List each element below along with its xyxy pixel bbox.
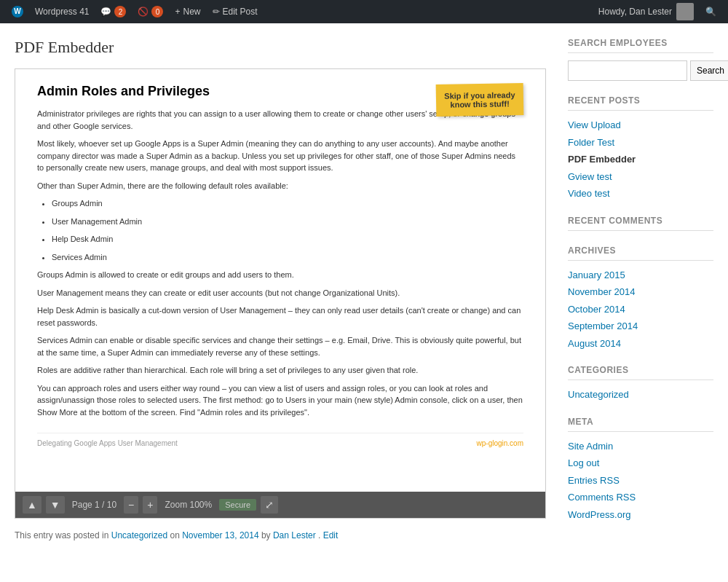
list-item: Services Admin (52, 251, 523, 264)
pdf-para-2: Most likely, whoever set up Google Apps … (37, 138, 523, 174)
search-icon: 🔍 (705, 7, 716, 17)
pdf-secure-badge: Secure (219, 499, 256, 511)
archives-title: ARCHIVES (568, 245, 713, 261)
pdf-para-5: User Management means they can create or… (37, 287, 523, 299)
pdf-para-9: You can approach roles and users either … (37, 382, 523, 419)
pdf-content: Skip if you already know this stuff! Adm… (15, 69, 545, 492)
search-row: Search (568, 60, 713, 81)
pdf-para-3: Other than Super Admin, there are the fo… (37, 180, 523, 192)
comments-count: 2 (114, 6, 126, 17)
meta-widget: META Site Admin Log out Entries RSS Comm… (568, 417, 713, 522)
pdf-footer-left: Delegating Google Apps User Management (37, 439, 178, 447)
pdf-para-7: Services Admin can enable or disable spe… (37, 334, 523, 358)
search-input[interactable] (568, 60, 687, 81)
archive-link[interactable]: August 2014 (568, 337, 713, 351)
admin-bar-search[interactable]: 🔍 (700, 0, 722, 23)
categories-title: CATEGORIES (568, 365, 713, 380)
search-widget-title: SEARCH EMPLOYEES (568, 38, 713, 53)
pdf-expand-button[interactable]: ⤢ (261, 496, 278, 514)
recent-post-link[interactable]: Folder Test (568, 135, 713, 150)
list-item: Groups Admin (52, 197, 523, 210)
pdf-footer: Delegating Google Apps User Management w… (37, 433, 523, 447)
recent-post-link[interactable]: View Upload (568, 118, 713, 133)
admin-bar-site-name: Wordpress 41 (35, 7, 89, 17)
post-footer-text-by: by (261, 530, 273, 540)
comment-icon: 💬 (100, 7, 111, 17)
edit-post-label: Edit Post (223, 7, 258, 17)
meta-link-entries-rss[interactable]: Entries RSS (568, 473, 713, 488)
post-footer-edit[interactable]: Edit (323, 530, 339, 540)
post-footer-category[interactable]: Uncategorized (111, 530, 167, 540)
admin-bar-right: Howdy, Dan Lester 🔍 (593, 0, 722, 23)
pdf-para-4: Groups Admin is allowed to create or edi… (37, 269, 523, 281)
admin-bar-logo-item[interactable]: W (6, 0, 29, 23)
admin-bar-comments[interactable]: 💬 2 (95, 0, 132, 23)
meta-link-log-out[interactable]: Log out (568, 456, 713, 471)
meta-link-comments-rss[interactable]: Comments RSS (568, 490, 713, 505)
recent-post-link[interactable]: Gview test (568, 170, 713, 184)
recent-posts-title: RECENT POSTS (568, 95, 713, 111)
categories-widget: CATEGORIES Uncategorized (568, 365, 713, 402)
pdf-toolbar: ▲ ▼ Page 1 / 10 − + Zoom 100% Secure ⤢ (15, 492, 545, 518)
admin-bar-site[interactable]: Wordpress 41 (29, 0, 95, 23)
archive-link[interactable]: September 2014 (568, 319, 713, 334)
list-item: Help Desk Admin (52, 233, 523, 245)
recent-comments-widget: RECENT COMMENTS (568, 216, 713, 231)
pdf-zoom-out-button[interactable]: − (124, 496, 138, 514)
pdf-container: Skip if you already know this stuff! Adm… (15, 68, 546, 519)
spam-count: 0 (151, 6, 163, 17)
search-button[interactable]: Search (690, 60, 728, 81)
pdf-footer-right: wp-glogin.com (477, 439, 523, 447)
list-item: User Management Admin (52, 216, 523, 228)
recent-post-link-current[interactable]: PDF Embedder (568, 152, 713, 167)
pdf-para-8: Roles are additive rather than hierarchi… (37, 364, 523, 377)
pdf-zoom-info: Zoom 100% (162, 500, 215, 510)
main-content: PDF Embedder Skip if you already know th… (15, 38, 546, 540)
post-footer: This entry was posted in Uncategorized o… (15, 530, 546, 540)
admin-bar-new[interactable]: + New (169, 0, 206, 23)
admin-bar: W Wordpress 41 💬 2 🚫 0 + New ✏ Edit Post… (0, 0, 728, 23)
admin-avatar (676, 3, 694, 20)
post-footer-date[interactable]: November 13, 2014 (182, 530, 258, 540)
admin-bar-edit-post[interactable]: ✏ Edit Post (207, 0, 264, 23)
pdf-list: Groups Admin User Management Admin Help … (52, 197, 523, 263)
search-widget: SEARCH EMPLOYEES Search (568, 38, 713, 81)
pdf-page-info: Page 1 / 10 (69, 500, 119, 510)
pdf-prev-button[interactable]: ▲ (23, 496, 41, 514)
spam-icon: 🚫 (138, 7, 149, 17)
pdf-para-6: Help Desk Admin is basically a cut-down … (37, 304, 523, 329)
plus-icon: + (175, 7, 180, 17)
meta-title: META (568, 417, 713, 432)
pdf-sticky-note: Skip if you already know this stuff! (436, 83, 524, 117)
howdy-text: Howdy, Dan Lester (598, 7, 672, 17)
post-footer-author[interactable]: Dan Lester (273, 530, 316, 540)
meta-link-site-admin[interactable]: Site Admin (568, 439, 713, 454)
pencil-icon: ✏ (213, 7, 220, 17)
post-footer-text-on: on (170, 530, 182, 540)
page-title: PDF Embedder (15, 38, 546, 57)
category-link[interactable]: Uncategorized (568, 388, 713, 402)
pdf-zoom-in-button[interactable]: + (143, 496, 157, 514)
post-footer-period: . (318, 530, 323, 540)
pdf-next-button[interactable]: ▼ (46, 496, 65, 514)
meta-link-wordpress-org[interactable]: WordPress.org (568, 508, 713, 522)
admin-bar-user[interactable]: Howdy, Dan Lester (593, 0, 700, 23)
archives-widget: ARCHIVES January 2015 November 2014 Octo… (568, 245, 713, 351)
recent-post-link[interactable]: Video test (568, 186, 713, 201)
wp-logo-icon: W (12, 6, 23, 17)
recent-comments-title: RECENT COMMENTS (568, 216, 713, 231)
archive-link[interactable]: January 2015 (568, 268, 713, 283)
archive-link[interactable]: November 2014 (568, 285, 713, 299)
content-area: PDF Embedder Skip if you already know th… (0, 23, 728, 555)
new-label: New (183, 7, 201, 17)
archive-link[interactable]: October 2014 (568, 302, 713, 317)
sidebar: SEARCH EMPLOYEES Search RECENT POSTS Vie… (568, 38, 713, 540)
recent-posts-widget: RECENT POSTS View Upload Folder Test PDF… (568, 95, 713, 201)
admin-bar-spam[interactable]: 🚫 0 (132, 0, 169, 23)
post-footer-text-before: This entry was posted in (15, 530, 108, 540)
page-wrapper: PDF Embedder Skip if you already know th… (0, 23, 728, 582)
